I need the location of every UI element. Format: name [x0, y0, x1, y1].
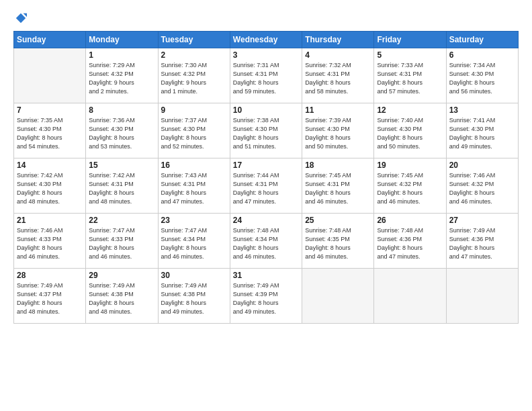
day-number: 3: [233, 50, 299, 60]
day-number: 7: [17, 105, 83, 115]
day-info: Sunrise: 7:42 AM Sunset: 4:31 PM Dayligh…: [89, 171, 154, 206]
col-sunday: Sunday: [14, 32, 86, 48]
day-number: 4: [305, 50, 371, 60]
day-number: 14: [17, 161, 83, 170]
day-number: 25: [305, 216, 371, 225]
day-number: 23: [161, 216, 227, 225]
day-info: Sunrise: 7:49 AM Sunset: 4:38 PM Dayligh…: [161, 281, 227, 316]
page: Sunday Monday Tuesday Wednesday Thursday…: [0, 0, 532, 411]
day-info: Sunrise: 7:34 AM Sunset: 4:30 PM Dayligh…: [449, 61, 515, 96]
table-row: 16Sunrise: 7:43 AM Sunset: 4:31 PM Dayli…: [158, 158, 230, 214]
calendar-week-row: 14Sunrise: 7:42 AM Sunset: 4:30 PM Dayli…: [14, 158, 519, 214]
day-number: 8: [89, 105, 154, 115]
day-info: Sunrise: 7:48 AM Sunset: 4:35 PM Dayligh…: [305, 226, 371, 261]
day-info: Sunrise: 7:37 AM Sunset: 4:30 PM Dayligh…: [161, 116, 227, 151]
table-row: 27Sunrise: 7:49 AM Sunset: 4:36 PM Dayli…: [446, 214, 518, 269]
table-row: 13Sunrise: 7:41 AM Sunset: 4:30 PM Dayli…: [446, 103, 518, 158]
day-info: Sunrise: 7:39 AM Sunset: 4:30 PM Dayligh…: [305, 116, 371, 151]
logo: [13, 12, 27, 24]
day-info: Sunrise: 7:46 AM Sunset: 4:33 PM Dayligh…: [17, 226, 83, 261]
calendar-week-row: 1Sunrise: 7:29 AM Sunset: 4:32 PM Daylig…: [14, 48, 519, 103]
day-info: Sunrise: 7:38 AM Sunset: 4:30 PM Dayligh…: [233, 116, 299, 151]
day-info: Sunrise: 7:45 AM Sunset: 4:32 PM Dayligh…: [377, 171, 443, 206]
day-number: 30: [161, 271, 227, 280]
table-row: 25Sunrise: 7:48 AM Sunset: 4:35 PM Dayli…: [302, 214, 374, 269]
logo-icon: [15, 12, 27, 24]
calendar-week-row: 21Sunrise: 7:46 AM Sunset: 4:33 PM Dayli…: [14, 214, 519, 269]
table-row: [302, 269, 374, 324]
table-row: 2Sunrise: 7:30 AM Sunset: 4:32 PM Daylig…: [158, 48, 230, 103]
day-number: 2: [161, 50, 227, 60]
day-number: 9: [161, 105, 227, 115]
day-number: 31: [233, 271, 299, 280]
day-number: 29: [89, 271, 154, 280]
col-friday: Friday: [374, 32, 446, 48]
day-number: 5: [377, 50, 443, 60]
day-info: Sunrise: 7:49 AM Sunset: 4:38 PM Dayligh…: [89, 281, 154, 316]
table-row: 22Sunrise: 7:47 AM Sunset: 4:33 PM Dayli…: [86, 214, 158, 269]
table-row: 17Sunrise: 7:44 AM Sunset: 4:31 PM Dayli…: [230, 158, 302, 214]
day-info: Sunrise: 7:42 AM Sunset: 4:30 PM Dayligh…: [17, 171, 83, 206]
day-number: 1: [89, 50, 154, 60]
day-number: 11: [305, 105, 371, 115]
day-info: Sunrise: 7:32 AM Sunset: 4:31 PM Dayligh…: [305, 61, 371, 96]
table-row: 19Sunrise: 7:45 AM Sunset: 4:32 PM Dayli…: [374, 158, 446, 214]
table-row: [14, 48, 86, 103]
table-row: 6Sunrise: 7:34 AM Sunset: 4:30 PM Daylig…: [446, 48, 518, 103]
day-info: Sunrise: 7:48 AM Sunset: 4:34 PM Dayligh…: [233, 226, 299, 261]
table-row: 26Sunrise: 7:48 AM Sunset: 4:36 PM Dayli…: [374, 214, 446, 269]
table-row: 3Sunrise: 7:31 AM Sunset: 4:31 PM Daylig…: [230, 48, 302, 103]
day-number: 18: [305, 161, 371, 170]
table-row: 15Sunrise: 7:42 AM Sunset: 4:31 PM Dayli…: [86, 158, 158, 214]
day-info: Sunrise: 7:47 AM Sunset: 4:34 PM Dayligh…: [161, 226, 227, 261]
table-row: 23Sunrise: 7:47 AM Sunset: 4:34 PM Dayli…: [158, 214, 230, 269]
table-row: 4Sunrise: 7:32 AM Sunset: 4:31 PM Daylig…: [302, 48, 374, 103]
day-number: 12: [377, 105, 443, 115]
day-number: 22: [89, 216, 154, 225]
day-info: Sunrise: 7:40 AM Sunset: 4:30 PM Dayligh…: [377, 116, 443, 151]
day-info: Sunrise: 7:43 AM Sunset: 4:31 PM Dayligh…: [161, 171, 227, 206]
col-wednesday: Wednesday: [230, 32, 302, 48]
table-row: 11Sunrise: 7:39 AM Sunset: 4:30 PM Dayli…: [302, 103, 374, 158]
col-saturday: Saturday: [446, 32, 518, 48]
table-row: 8Sunrise: 7:36 AM Sunset: 4:30 PM Daylig…: [86, 103, 158, 158]
day-number: 13: [449, 105, 515, 115]
col-thursday: Thursday: [302, 32, 374, 48]
table-row: [374, 269, 446, 324]
table-row: [446, 269, 518, 324]
day-info: Sunrise: 7:33 AM Sunset: 4:31 PM Dayligh…: [377, 61, 443, 96]
day-number: 26: [377, 216, 443, 225]
day-info: Sunrise: 7:41 AM Sunset: 4:30 PM Dayligh…: [449, 116, 515, 151]
table-row: 24Sunrise: 7:48 AM Sunset: 4:34 PM Dayli…: [230, 214, 302, 269]
day-number: 17: [233, 161, 299, 170]
svg-marker-0: [16, 13, 26, 23]
col-tuesday: Tuesday: [158, 32, 230, 48]
table-row: 10Sunrise: 7:38 AM Sunset: 4:30 PM Dayli…: [230, 103, 302, 158]
day-number: 15: [89, 161, 154, 170]
day-number: 28: [17, 271, 83, 280]
day-info: Sunrise: 7:36 AM Sunset: 4:30 PM Dayligh…: [89, 116, 154, 151]
day-number: 24: [233, 216, 299, 225]
day-info: Sunrise: 7:45 AM Sunset: 4:31 PM Dayligh…: [305, 171, 371, 206]
calendar-week-row: 7Sunrise: 7:35 AM Sunset: 4:30 PM Daylig…: [14, 103, 519, 158]
table-row: 14Sunrise: 7:42 AM Sunset: 4:30 PM Dayli…: [14, 158, 86, 214]
table-row: 28Sunrise: 7:49 AM Sunset: 4:37 PM Dayli…: [14, 269, 86, 324]
day-number: 27: [449, 216, 515, 225]
calendar-week-row: 28Sunrise: 7:49 AM Sunset: 4:37 PM Dayli…: [14, 269, 519, 324]
table-row: 31Sunrise: 7:49 AM Sunset: 4:39 PM Dayli…: [230, 269, 302, 324]
day-info: Sunrise: 7:35 AM Sunset: 4:30 PM Dayligh…: [17, 116, 83, 151]
day-info: Sunrise: 7:47 AM Sunset: 4:33 PM Dayligh…: [89, 226, 154, 261]
table-row: 29Sunrise: 7:49 AM Sunset: 4:38 PM Dayli…: [86, 269, 158, 324]
day-info: Sunrise: 7:48 AM Sunset: 4:36 PM Dayligh…: [377, 226, 443, 261]
col-monday: Monday: [86, 32, 158, 48]
day-number: 19: [377, 161, 443, 170]
day-info: Sunrise: 7:29 AM Sunset: 4:32 PM Dayligh…: [89, 61, 154, 96]
day-number: 6: [449, 50, 515, 60]
day-info: Sunrise: 7:49 AM Sunset: 4:39 PM Dayligh…: [233, 281, 299, 316]
day-number: 16: [161, 161, 227, 170]
table-row: 12Sunrise: 7:40 AM Sunset: 4:30 PM Dayli…: [374, 103, 446, 158]
day-number: 10: [233, 105, 299, 115]
table-row: 30Sunrise: 7:49 AM Sunset: 4:38 PM Dayli…: [158, 269, 230, 324]
table-row: 9Sunrise: 7:37 AM Sunset: 4:30 PM Daylig…: [158, 103, 230, 158]
day-info: Sunrise: 7:30 AM Sunset: 4:32 PM Dayligh…: [161, 61, 227, 96]
